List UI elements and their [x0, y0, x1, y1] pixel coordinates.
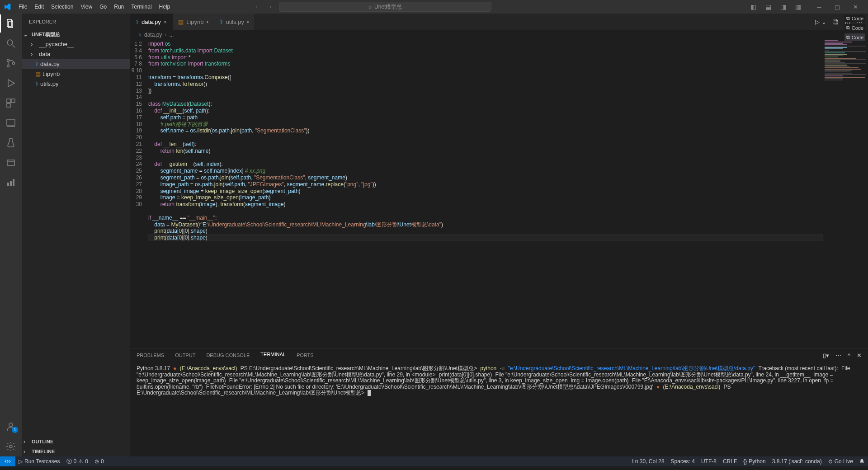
- panel-tab-terminal[interactable]: TERMINAL: [260, 352, 286, 359]
- editor-area: ⚕data.py× ▤t.ipynb● ⚕utils.py● ▷ ⌄ ⿻ ◫ ⋯…: [130, 14, 868, 456]
- tab-label: utils.py: [226, 19, 244, 25]
- menu-file[interactable]: File: [15, 2, 30, 12]
- window-maximize[interactable]: ▢: [828, 0, 846, 14]
- code-body[interactable]: import os from torch.utils.data import D…: [148, 40, 868, 348]
- radio-icon: ⊚: [94, 458, 99, 465]
- menu-selection[interactable]: Selection: [48, 2, 76, 12]
- file-data-py[interactable]: ⚕data.py: [22, 59, 130, 69]
- file-label: utils.py: [40, 80, 58, 87]
- curly-icon: {}: [743, 458, 747, 465]
- activity-bar: 1: [0, 14, 22, 456]
- terminal-item[interactable]: ⧉Code: [844, 24, 865, 32]
- remote-explorer-icon[interactable]: [5, 118, 16, 128]
- terminal-icon: ⧉: [846, 15, 850, 21]
- folder-data[interactable]: ›data: [22, 49, 130, 59]
- status-go-live[interactable]: ⊚Go Live: [825, 456, 856, 466]
- more-icon[interactable]: ⋯: [835, 352, 841, 359]
- outline-section[interactable]: ›OUTLINE: [22, 437, 130, 446]
- menu-edit[interactable]: Edit: [31, 2, 47, 12]
- tab-label: t.ipynb: [186, 19, 203, 25]
- status-spaces[interactable]: Spaces: 4: [668, 456, 698, 466]
- chevron-right-icon: ›: [165, 32, 166, 38]
- run-file-icon[interactable]: ▷ ⌄: [815, 19, 826, 25]
- play-icon: ▷: [19, 458, 23, 465]
- source-control-icon[interactable]: [5, 58, 16, 69]
- remote-indicator[interactable]: [0, 456, 15, 466]
- status-encoding[interactable]: UTF-8: [698, 456, 720, 466]
- nav-back-icon[interactable]: ←: [255, 3, 262, 11]
- tab-t-ipynb[interactable]: ▤t.ipynb●: [173, 14, 214, 30]
- toggle-primary-sidebar-icon[interactable]: ◧: [750, 3, 756, 10]
- terminal-item[interactable]: ⧉Code: [844, 33, 865, 41]
- customize-layout-icon[interactable]: ▦: [795, 3, 801, 10]
- minimap[interactable]: [823, 40, 868, 348]
- terminal-item[interactable]: ⧉Code: [844, 14, 865, 22]
- project-header[interactable]: ⌄ UNET模型总: [22, 30, 130, 39]
- line-gutter: 1 2 3 4 5 6 7 8 9 10 11 12 13 14 15 16 1…: [130, 40, 148, 348]
- accounts-icon[interactable]: 1: [5, 421, 16, 432]
- title-bar: File Edit Selection View Go Run Terminal…: [0, 0, 868, 14]
- run-debug-icon[interactable]: [5, 78, 16, 89]
- bell-icon: 🔔︎: [859, 458, 865, 465]
- panel-tab-debug[interactable]: DEBUG CONSOLE: [206, 352, 250, 358]
- tab-utils-py[interactable]: ⚕utils.py●: [214, 14, 255, 30]
- tab-data-py[interactable]: ⚕data.py×: [130, 14, 173, 30]
- status-language[interactable]: {}Python: [740, 456, 769, 466]
- svg-point-3: [7, 65, 9, 67]
- terminal-cmd: python: [480, 365, 496, 371]
- timeline-section[interactable]: ›TIMELINE: [22, 446, 130, 456]
- stats-icon[interactable]: [5, 177, 16, 188]
- compare-icon[interactable]: ⿻: [833, 19, 839, 25]
- nav-forward-icon[interactable]: →: [265, 3, 273, 11]
- panel-tab-output[interactable]: OUTPUT: [175, 352, 195, 358]
- status-interpreter[interactable]: 3.8.17 ('sacl': conda): [769, 456, 825, 466]
- terminal-file: "e:\Undergraduate\School\Scientific_rese…: [508, 365, 755, 371]
- status-bar: ▷Run Testcases ⓧ0 ⚠0 ⊚0 Ln 30, Col 28 Sp…: [0, 456, 868, 466]
- folder-pycache[interactable]: ›__pycache__: [22, 39, 130, 49]
- menu-view[interactable]: View: [77, 2, 95, 12]
- dirty-icon[interactable]: ●: [247, 20, 249, 24]
- terminal-dropdown-icon[interactable]: ▯▾: [823, 352, 829, 359]
- svg-point-14: [9, 423, 13, 427]
- command-center[interactable]: ⌕ Unet模型总: [279, 2, 491, 12]
- window-minimize[interactable]: ─: [810, 0, 828, 14]
- explorer-icon[interactable]: [5, 18, 16, 29]
- breadcrumb[interactable]: ⚕ data.py › ...: [130, 30, 868, 40]
- file-label: data.py: [40, 61, 60, 67]
- more-icon[interactable]: ⋯: [118, 19, 123, 24]
- status-cursor[interactable]: Ln 30, Col 28: [629, 456, 667, 466]
- extensions-icon[interactable]: [5, 98, 16, 108]
- search-text: Unet模型总: [374, 3, 402, 11]
- terminal-line: File "e:\Undergraduate\School\Scientific…: [229, 377, 568, 384]
- status-eol[interactable]: CRLF: [720, 456, 740, 466]
- testing-icon[interactable]: [5, 137, 16, 148]
- file-utils-py[interactable]: ⚕utils.py: [22, 79, 130, 89]
- terminal-body[interactable]: Python 3.8.17 ● (E:\Anacoda_envs\sacl) P…: [130, 362, 868, 456]
- dirty-icon[interactable]: ●: [207, 20, 209, 24]
- python-file-icon: ⚕: [35, 80, 38, 87]
- close-panel-icon[interactable]: ✕: [857, 352, 862, 359]
- jupyter-icon[interactable]: [5, 157, 16, 168]
- vscode-icon: [4, 3, 11, 10]
- status-notifications[interactable]: 🔔︎: [856, 456, 868, 466]
- menu-help[interactable]: Help: [156, 2, 174, 12]
- status-ports[interactable]: ⊚0: [91, 456, 107, 466]
- status-problems[interactable]: ⓧ0 ⚠0: [63, 456, 91, 466]
- breadcrumb-item: data.py: [144, 32, 162, 38]
- python-file-icon: ⚕: [136, 19, 139, 25]
- toggle-panel-icon[interactable]: ⬓: [765, 3, 771, 10]
- menu-run[interactable]: Run: [111, 2, 127, 12]
- window-close[interactable]: ✕: [846, 0, 864, 14]
- status-run-testcases[interactable]: ▷Run Testcases: [15, 456, 63, 466]
- search-icon[interactable]: [5, 38, 16, 49]
- menu-terminal[interactable]: Terminal: [128, 2, 155, 12]
- panel-tab-problems[interactable]: PROBLEMS: [137, 352, 164, 358]
- settings-icon[interactable]: [5, 441, 16, 452]
- panel-tab-ports[interactable]: PORTS: [297, 352, 314, 358]
- toggle-secondary-sidebar-icon[interactable]: ◨: [780, 3, 786, 10]
- maximize-panel-icon[interactable]: ^: [848, 352, 850, 359]
- code-editor[interactable]: 1 2 3 4 5 6 7 8 9 10 11 12 13 14 15 16 1…: [130, 40, 868, 348]
- file-t-ipynb[interactable]: ▤t.ipynb: [22, 69, 130, 79]
- close-icon[interactable]: ×: [164, 19, 167, 25]
- menu-go[interactable]: Go: [96, 2, 110, 12]
